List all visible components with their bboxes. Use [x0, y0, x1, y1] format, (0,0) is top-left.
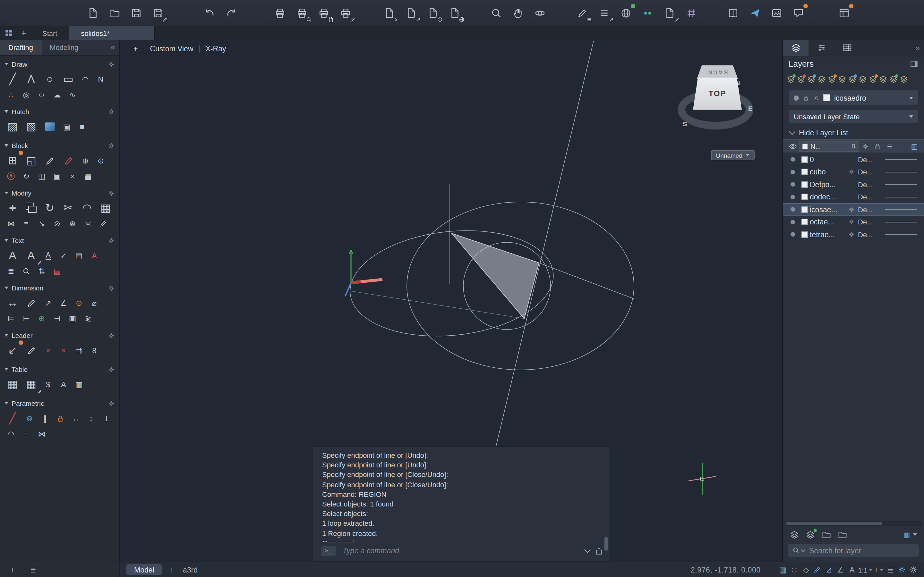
layer-row-icosae[interactable]: icosae...De... [783, 203, 924, 216]
layer-on-dot[interactable] [786, 195, 799, 199]
xref-clock-icon[interactable] [425, 5, 441, 21]
plot-icon[interactable] [272, 5, 288, 21]
mirror-icon[interactable]: ⋈ [3, 218, 19, 230]
section-header-modify[interactable]: Modify [0, 187, 120, 199]
layer-row-Defpo[interactable]: Defpo...De... [783, 178, 924, 191]
view-cube-top-face[interactable]: TOP [693, 77, 742, 110]
gear-icon[interactable] [108, 61, 115, 68]
gear-icon[interactable] [108, 332, 115, 339]
attach-reference-icon[interactable]: ⊕ [78, 154, 93, 167]
annotation-visibility-icon[interactable]: A [846, 564, 858, 575]
spell-check-icon[interactable]: ✓ [56, 249, 71, 262]
feedback-icon[interactable] [790, 5, 806, 21]
layer-on-dot[interactable] [786, 157, 799, 162]
view-cube-back-face[interactable]: BACK [697, 65, 738, 79]
layers-horizontal-scrollbar[interactable] [783, 520, 924, 527]
layer-row-dodec[interactable]: dodec...De... [783, 191, 924, 203]
add-layout-button[interactable]: + [170, 566, 174, 574]
annotation-scale-label[interactable]: 1:1 [858, 564, 873, 575]
tab-modeling[interactable]: Modeling [41, 40, 87, 55]
spline-icon[interactable]: ∿ [65, 89, 80, 101]
group-filter-folder-icon[interactable] [838, 530, 847, 539]
block-editor-icon[interactable] [40, 152, 59, 169]
radius-dimension-icon[interactable]: ⊙ [71, 297, 87, 309]
cell-currency-icon[interactable]: $ [40, 378, 56, 391]
dock-panel-icon[interactable] [910, 60, 918, 68]
gear-icon[interactable] [108, 284, 115, 292]
gradient-icon[interactable] [40, 118, 59, 135]
gear-icon[interactable] [108, 237, 115, 244]
layer-color-swatch[interactable] [799, 181, 810, 188]
customize-status-icon[interactable] [908, 564, 919, 575]
text-style-icon[interactable]: ▤ [71, 249, 87, 262]
polyline-icon[interactable]: Λ [22, 71, 40, 88]
columns-menu-icon[interactable]: ▥ [908, 142, 921, 150]
remove-leader-icon[interactable]: × [56, 344, 71, 357]
layer-row-0[interactable]: 0De... [783, 153, 924, 166]
new-layer-icon[interactable] [787, 75, 795, 83]
rotate-icon[interactable]: ↻ [40, 199, 59, 217]
section-header-dimension[interactable]: Dimension [0, 282, 120, 293]
command-panel[interactable]: Specify endpoint of line or [Undo]:Speci… [312, 446, 610, 562]
current-layer-dropdown[interactable]: icosaedro [788, 90, 919, 106]
annotate-page-icon[interactable] [662, 5, 678, 21]
insert-block-icon[interactable]: ⊞ [3, 152, 22, 169]
new-file-icon[interactable] [85, 5, 101, 21]
render-gallery-icon[interactable] [769, 5, 785, 21]
redo-icon[interactable] [223, 5, 239, 21]
group-icon[interactable]: ▦ [80, 170, 95, 183]
layer-match-icon[interactable] [900, 75, 908, 83]
plot-preview-icon[interactable] [294, 5, 310, 21]
layer-on-icon[interactable] [817, 75, 826, 83]
save-as-icon[interactable] [150, 5, 166, 21]
sync-attributes-icon[interactable]: ↻ [19, 170, 34, 183]
symmetric-constraint-icon[interactable]: ⋈ [34, 428, 49, 440]
drawing-canvas[interactable]: + Custom View X-Ray N E S [120, 40, 783, 562]
page-setup-icon[interactable] [316, 5, 332, 21]
set-current-layer-icon[interactable] [807, 75, 816, 83]
tab-drafting[interactable]: Drafting [0, 40, 41, 55]
import-icon[interactable] [381, 5, 397, 21]
layer-lock-icon[interactable] [859, 75, 867, 83]
multileader-icon[interactable]: ↙ [3, 342, 22, 359]
snap-mode-icon[interactable]: ∷ [789, 564, 800, 575]
freeze-sun-icon[interactable] [845, 206, 858, 213]
tolerance-icon[interactable]: ▣ [65, 312, 80, 325]
add-tool-set-button[interactable]: + [10, 566, 15, 574]
vertical-constraint-icon[interactable]: ↕ [83, 412, 99, 425]
undo-icon[interactable] [202, 5, 218, 21]
tab-start[interactable]: Start [31, 26, 69, 40]
pan-icon[interactable] [510, 5, 526, 21]
move-icon[interactable]: + [3, 199, 22, 217]
purge-icon[interactable]: × [65, 170, 80, 183]
write-block-icon[interactable]: ◫ [34, 170, 49, 183]
visual-style-button[interactable]: X-Ray [199, 45, 232, 53]
explode-icon[interactable]: ⊛ [65, 218, 80, 230]
section-header-parametric[interactable]: Parametric [0, 398, 120, 409]
layer-color-swatch[interactable] [799, 169, 810, 175]
text-underline-icon[interactable]: A [40, 249, 56, 262]
export-pdf-icon[interactable]: ▤ [49, 265, 65, 277]
ellipse-icon[interactable]: ○ [34, 89, 49, 101]
gear-icon[interactable] [108, 189, 115, 197]
layer-search-input[interactable] [808, 546, 914, 555]
layer-color-swatch[interactable] [799, 194, 810, 200]
aligned-dimension-icon[interactable]: ↗ [40, 297, 56, 309]
visibility-column-eye-icon[interactable] [786, 142, 799, 150]
baseline-dimension-icon[interactable]: ⊨ [3, 312, 19, 325]
perpendicular-constraint-icon[interactable]: ⊥ [99, 412, 114, 425]
new-drawing-tab-button[interactable]: + [17, 26, 31, 40]
pdf-text-icon[interactable]: A [87, 249, 102, 262]
command-input[interactable] [341, 546, 580, 555]
lineweight-display-icon[interactable]: ≣ [885, 564, 896, 575]
content-browser-icon[interactable] [725, 5, 741, 21]
model-tab[interactable]: Model [126, 564, 162, 575]
angular-dimension-icon[interactable]: ∠ [56, 297, 71, 309]
hide-layer-list-toggle[interactable]: Hide Layer List [783, 126, 924, 139]
layer-search-box[interactable] [788, 544, 919, 557]
layer-isolate-icon[interactable] [879, 75, 887, 83]
tool-sets-menu-button[interactable]: ≣ [30, 565, 36, 574]
publish-web-icon[interactable] [447, 5, 463, 21]
freeze-sun-icon[interactable] [845, 169, 858, 175]
tab-reference[interactable] [834, 40, 860, 56]
